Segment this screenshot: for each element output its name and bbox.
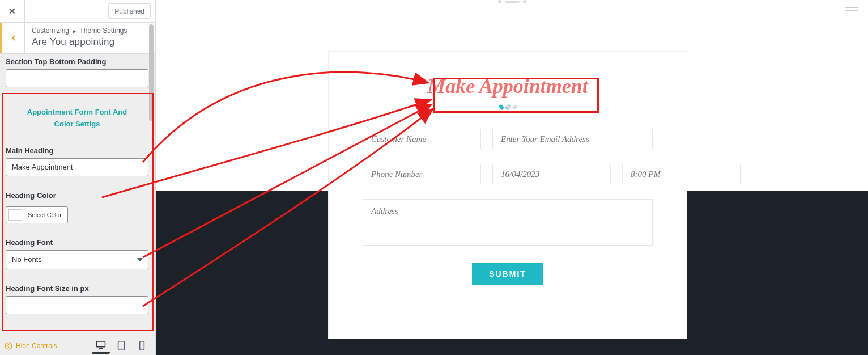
breadcrumb-part-1: Customizing [32,27,69,35]
device-switcher [92,338,151,354]
font-color-section-title: Appointment Form Font And Color Settigs [6,98,148,132]
time-input[interactable] [622,164,741,184]
padding-input[interactable] [6,69,148,87]
sidebar-topbar: ✕ Published [0,0,155,23]
breadcrumb-part-2: Theme Settings [80,27,127,35]
heading-font-select[interactable]: No Fonts [6,250,148,269]
submit-button[interactable]: SUBMIT [472,263,543,285]
svg-point-3 [121,348,122,349]
desktop-icon [96,340,106,349]
color-swatch-icon [8,209,22,221]
breadcrumb: Customizing ▶ Theme Settings [32,27,148,35]
form-grid: SUBMIT [363,129,653,285]
collapse-left-icon [5,342,12,350]
mobile-icon [139,341,145,350]
close-icon: ✕ [8,6,16,16]
svg-point-5 [141,348,142,349]
device-tablet-button[interactable] [112,338,130,354]
font-size-label: Heading Font Size in px [6,284,148,293]
address-textarea[interactable] [363,199,653,246]
header-text-block: Customizing ▶ Theme Settings Are You app… [25,23,155,53]
appointment-form-card: Make Appointment SUBMIT [328,51,687,339]
heading-font-label: Heading Font [6,238,148,247]
phone-input[interactable] [363,164,481,184]
published-status-button[interactable]: Published [108,3,151,19]
published-label: Published [114,7,144,15]
panel-title: Are You appointing [32,36,148,48]
heading-color-label: Heading Color [6,191,148,200]
sidebar-header: Customizing ▶ Theme Settings Are You app… [0,23,155,54]
heart-icon-muted [509,105,513,109]
sidebar-footer: Hide Controls [0,336,155,355]
email-input[interactable] [492,129,653,149]
close-button[interactable]: ✕ [0,0,25,22]
tablet-icon [117,341,125,350]
padding-label: Section Top Bottom Padding [6,57,148,66]
back-button[interactable] [0,23,25,53]
font-size-input[interactable] [6,296,148,314]
sidebar-body: Section Top Bottom Padding Appointment F… [0,54,155,336]
decorative-menu-lines [845,7,858,11]
customer-name-input[interactable] [363,129,481,149]
customizer-sidebar: ✕ Published Customizing ▶ Theme Settings… [0,0,156,355]
main-heading-input[interactable] [6,158,148,176]
hide-controls-label: Hide Controls [16,342,57,350]
font-color-section: Appointment Form Font And Color Settigs … [6,98,148,314]
chevron-left-icon [10,34,18,42]
device-desktop-button[interactable] [92,338,110,354]
scrollbar-thumb[interactable] [149,24,154,121]
svg-rect-1 [97,341,105,347]
sidebar-scrollbar[interactable] [147,23,155,336]
preview-pane: Make Appointment SUBMIT [156,0,868,355]
breadcrumb-separator-icon: ▶ [73,29,76,34]
select-color-text: Select Color [28,212,62,218]
svg-point-0 [5,343,12,349]
select-color-button[interactable]: Select Color [6,206,68,223]
device-mobile-button[interactable] [133,338,151,354]
hide-controls-button[interactable]: Hide Controls [5,342,57,350]
form-heading: Make Appointment [363,74,653,98]
heart-divider [363,105,653,109]
date-input[interactable] [492,164,611,184]
decorative-dots [498,0,526,3]
main-heading-label: Main Heading [6,146,148,155]
